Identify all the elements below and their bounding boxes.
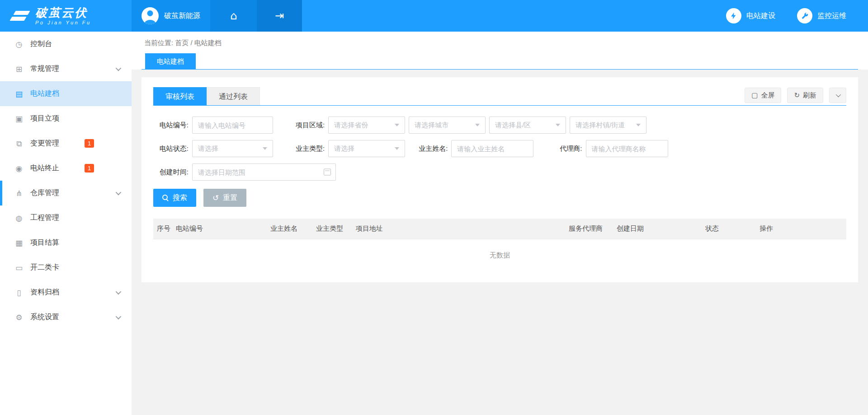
breadcrumb: 当前位置: 首页 / 电站建档 <box>144 39 868 47</box>
sidebar-item-station-termination[interactable]: ◉ 电站终止 1 <box>0 156 132 181</box>
sidebar-item-data-archive[interactable]: ▯ 资料归档 <box>0 280 132 305</box>
form-actions: 搜索 ↺ 重置 <box>153 189 846 207</box>
brand-title: 破茧云伏 <box>35 6 91 19</box>
refresh-button[interactable]: ↻ 刷新 <box>787 88 823 103</box>
created-time-label: 创建时间: <box>153 168 189 177</box>
calculator-icon: ▦ <box>14 238 24 247</box>
breadcrumb-separator: / <box>191 39 193 47</box>
date-range-input[interactable] <box>192 163 336 181</box>
owner-type-select[interactable]: 请选择 <box>328 140 405 157</box>
sidebar-item-label: 工程管理 <box>30 213 59 223</box>
nav-monitor-ops-label: 监控运维 <box>817 11 846 21</box>
empty-state: 无数据 <box>153 239 846 270</box>
sidebar-item-project-settlement[interactable]: ▦ 项目结算 <box>0 230 132 255</box>
chevron-down-icon <box>116 65 122 71</box>
search-button[interactable]: 搜索 <box>153 189 196 207</box>
dashboard-icon: ◷ <box>14 40 24 49</box>
city-select[interactable]: 请选择城市 <box>409 117 486 134</box>
tab-passed-list[interactable]: 通过列表 <box>207 87 260 105</box>
page-tab-station-archive[interactable]: 电站建档 <box>145 53 196 69</box>
station-no-label: 电站编号: <box>153 121 189 130</box>
col-owner-type: 业主类型 <box>312 224 352 233</box>
owner-type-label: 业主类型: <box>296 145 325 153</box>
panel-tab-bar: 审核列表 通过列表 ▢ 全屏 ↻ 刷新 <box>153 87 846 106</box>
reset-icon: ↺ <box>212 194 219 202</box>
sidebar-item-station-archive[interactable]: ▤ 电站建档 <box>0 81 132 106</box>
tab-review-list[interactable]: 审核列表 <box>153 87 207 105</box>
main-content: 当前位置: 首页 / 电站建档 电站建档 审核列表 通过列表 ▢ 全屏 ↻ <box>132 32 868 415</box>
chevron-down-icon <box>836 92 841 97</box>
sidebar-item-open-class2-card[interactable]: ▭ 开二类卡 <box>0 255 132 280</box>
sidebar-item-label: 电站终止 <box>30 163 59 173</box>
sidebar-item-console[interactable]: ◷ 控制台 <box>0 32 132 56</box>
sidebar-item-label: 系统设置 <box>30 312 59 322</box>
sitemap-icon: ⋔ <box>14 189 24 198</box>
sidebar-item-label: 项目结算 <box>30 238 59 247</box>
home-button[interactable]: ⌂ <box>210 0 257 32</box>
filter-form: 电站编号: 项目区域: 请选择省份 请选择城市 请选择县/区 <box>153 117 846 181</box>
sidebar-item-label: 变更管理 <box>30 139 59 148</box>
breadcrumb-prefix: 当前位置: <box>144 39 173 47</box>
sidebar-item-warehouse-mgmt[interactable]: ⋔ 仓库管理 <box>0 181 132 205</box>
col-owner-name: 业主姓名 <box>267 224 312 233</box>
lightning-icon <box>726 8 741 23</box>
nav-monitor-ops[interactable]: 监控运维 <box>797 0 846 32</box>
company-name: 破茧新能源 <box>164 11 200 21</box>
col-project-address: 项目地址 <box>352 224 565 233</box>
sidebar-item-general-mgmt[interactable]: ⊞ 常规管理 <box>0 56 132 81</box>
refresh-icon: ↻ <box>794 91 800 99</box>
gear-icon: ⚙ <box>14 313 24 322</box>
results-table: 序号 电站编号 业主姓名 业主类型 项目地址 服务代理商 创建日期 状态 操作 … <box>153 219 846 270</box>
search-label: 搜索 <box>173 193 187 203</box>
chevron-down-icon <box>395 124 399 126</box>
collapse-button[interactable] <box>829 88 846 103</box>
station-archive-panel: 审核列表 通过列表 ▢ 全屏 ↻ 刷新 <box>142 77 858 282</box>
town-select[interactable]: 请选择村镇/街道 <box>570 117 646 134</box>
sidebar-item-system-settings[interactable]: ⚙ 系统设置 <box>0 305 132 330</box>
sidebar-item-project-initiation[interactable]: ▣ 项目立项 <box>0 106 132 131</box>
badge-count: 1 <box>85 139 94 148</box>
stop-icon: ◉ <box>14 164 24 173</box>
document-icon: ▤ <box>14 89 24 98</box>
station-status-select[interactable]: 请选择 <box>192 140 273 157</box>
agent-input[interactable] <box>586 140 668 157</box>
station-no-input[interactable] <box>192 117 273 134</box>
county-select[interactable]: 请选择县/区 <box>489 117 566 134</box>
header-spacer <box>302 0 726 32</box>
search-icon <box>162 195 169 201</box>
breadcrumb-current: 电站建档 <box>194 39 222 47</box>
station-status-label: 电站状态: <box>153 145 189 153</box>
sidebar-item-label: 控制台 <box>30 39 52 49</box>
province-select[interactable]: 请选择省份 <box>328 117 405 134</box>
brand-logo[interactable]: 破茧云伏 Po Jian Yun Fu <box>0 0 132 32</box>
sidebar-item-engineering-mgmt[interactable]: ◍ 工程管理 <box>0 205 132 230</box>
project-icon: ▣ <box>14 114 24 123</box>
chevron-down-icon <box>475 124 480 126</box>
user-menu[interactable]: 破茧新能源 <box>132 0 210 32</box>
content-area: 审核列表 通过列表 ▢ 全屏 ↻ 刷新 <box>132 70 868 415</box>
breadcrumb-home-link[interactable]: 首页 <box>175 39 189 47</box>
col-actions: 操作 <box>756 224 846 233</box>
sidebar-item-label: 仓库管理 <box>30 188 59 198</box>
owner-name-input[interactable] <box>451 140 533 157</box>
fullscreen-button[interactable]: ▢ 全屏 <box>745 88 781 103</box>
sidebar: ◷ 控制台 ⊞ 常规管理 ▤ 电站建档 ▣ 项目立项 ⧉ 变更管理 1 ◉ 电站… <box>0 32 132 415</box>
fullscreen-icon: ▢ <box>751 91 758 99</box>
reset-button[interactable]: ↺ 重置 <box>203 189 246 207</box>
nav-station-build-label: 电站建设 <box>746 11 775 21</box>
sidebar-item-change-mgmt[interactable]: ⧉ 变更管理 1 <box>0 131 132 156</box>
brand-logo-icon <box>11 11 29 21</box>
sidebar-item-label: 资料归档 <box>30 288 59 297</box>
badge-count: 1 <box>85 164 94 173</box>
col-index: 序号 <box>153 224 172 233</box>
sidebar-item-label: 电站建档 <box>30 89 59 98</box>
col-service-agent: 服务代理商 <box>565 224 613 233</box>
nav-station-build[interactable]: 电站建设 <box>726 0 775 32</box>
agent-label: 代理商: <box>560 145 582 153</box>
chevron-down-icon <box>116 289 122 295</box>
page-tab-bar: 电站建档 <box>142 53 858 70</box>
brand-subtitle: Po Jian Yun Fu <box>35 20 91 25</box>
logout-button[interactable]: ⇥ <box>257 0 302 32</box>
archive-icon: ▯ <box>14 288 24 297</box>
top-header: 破茧云伏 Po Jian Yun Fu 破茧新能源 ⌂ ⇥ 电站建设 监控运维 <box>0 0 868 32</box>
